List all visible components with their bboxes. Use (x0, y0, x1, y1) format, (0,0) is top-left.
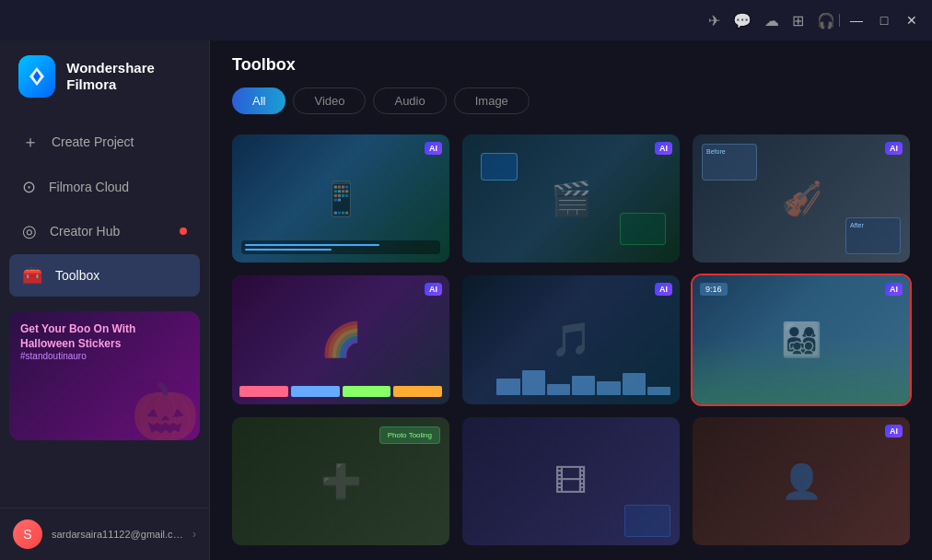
create-project-icon: ＋ (22, 131, 39, 153)
titlebar: ✈ 💬 ☁ ⊞ 🎧 — □ ✕ (0, 0, 932, 41)
creator-hub-icon: ◎ (22, 221, 37, 241)
promo-title: Get Your Boo On With Halloween Stickers (20, 322, 189, 351)
send-icon[interactable]: ✈ (708, 12, 720, 29)
sidebar-item-toolbox[interactable]: 🧰 Toolbox (9, 254, 200, 297)
smart-scene-cut-thumb: AI 🎬 (462, 134, 680, 262)
toolbox-label: Toolbox (55, 268, 99, 283)
ai-badge: AI (655, 283, 672, 296)
tool-smart-short-clips[interactable]: AI 📱 Smart Short Clips (232, 134, 449, 262)
sidebar-item-create-project[interactable]: ＋ Create Project (9, 120, 200, 164)
logo-icon (18, 55, 55, 98)
smart-bgm-thumb: AI 🎵 (462, 275, 680, 403)
thumb-deco: 👤 (693, 417, 910, 545)
sidebar-item-creator-hub[interactable]: ◎ Creator Hub (9, 210, 200, 252)
window-controls: — □ ✕ (844, 7, 925, 33)
footer-arrow-icon: › (192, 528, 196, 541)
tool-smart-bgm-generation[interactable]: AI 🎵 Smart BGM Generation (462, 275, 680, 403)
grid-icon[interactable]: ⊞ (792, 12, 804, 29)
toolbox-icon: 🧰 (22, 265, 42, 286)
filmora-cloud-icon: ⊙ (22, 177, 36, 197)
filter-image[interactable]: Image (454, 88, 530, 114)
sidebar-footer[interactable]: S sardarsaira11122@gmail.com › (0, 508, 209, 560)
headset-icon[interactable]: 🎧 (817, 12, 835, 29)
auto-reframe-thumb: AI 9:16 👨‍👩‍👧‍👦 (693, 275, 910, 403)
sidebar-item-filmora-cloud[interactable]: ⊙ Filmora Cloud (9, 166, 200, 208)
tool-7[interactable]: ➕ Photo Tooling (232, 417, 449, 545)
tool-9-thumb: AI 👤 (693, 417, 910, 545)
filter-audio[interactable]: Audio (373, 88, 446, 114)
filter-video[interactable]: Video (293, 88, 366, 114)
ai-color-palette-thumb: AI 🌈 (232, 275, 449, 403)
titlebar-action-icons: ✈ 💬 ☁ ⊞ 🎧 (708, 12, 835, 29)
ai-badge: AI (885, 283, 903, 296)
filmora-cloud-label: Filmora Cloud (49, 180, 129, 194)
footer-email: sardarsaira11122@gmail.com (52, 529, 183, 540)
tool-8-thumb: 🎞 (462, 417, 680, 545)
ai-badge: AI (885, 425, 903, 438)
creator-hub-label: Creator Hub (50, 224, 120, 239)
minimize-button[interactable]: — (844, 7, 869, 33)
ai-video-enhancer-thumb: AI 🎻 Before After (693, 134, 910, 262)
promo-hashtag: #standoutinauro (20, 351, 189, 361)
ai-badge: AI (655, 142, 672, 155)
sidebar-nav: ＋ Create Project ⊙ Filmora Cloud ◎ Creat… (0, 120, 209, 297)
tool-7-thumb: ➕ Photo Tooling (232, 417, 449, 545)
titlebar-divider (839, 14, 840, 27)
toolbox-grid: AI 📱 Smart Short Clips AI 🎬 Smart Scene … (210, 123, 932, 560)
tool-ai-video-enhancer[interactable]: AI 🎻 Before After AI Video Enhancer (693, 134, 910, 262)
main-content: Toolbox All Video Audio Image AI 📱 Smart… (210, 0, 932, 560)
creator-hub-notification-dot (180, 228, 187, 235)
page-title: Toolbox (232, 55, 910, 75)
create-project-label: Create Project (52, 134, 134, 149)
sidebar-promo-card[interactable]: Get Your Boo On With Halloween Stickers … (9, 311, 200, 440)
avatar: S (13, 519, 42, 549)
tool-auto-reframe[interactable]: AI 9:16 👨‍👩‍👧‍👦 Auto Reframe (693, 275, 910, 403)
filter-all[interactable]: All (232, 88, 285, 114)
tool-ai-color-palette[interactable]: AI 🌈 AI Color Palette (232, 275, 449, 403)
thumb-deco: 🌈 (232, 275, 449, 403)
smart-short-clips-thumb: AI 📱 (232, 134, 449, 262)
avatar-initial: S (23, 527, 31, 542)
tool-9[interactable]: AI 👤 (693, 417, 910, 545)
main-header: Toolbox All Video Audio Image (210, 41, 932, 123)
sidebar: Wondershare Filmora ＋ Create Project ⊙ F… (0, 0, 210, 560)
ai-badge: AI (425, 142, 442, 155)
maximize-button[interactable]: □ (871, 7, 897, 33)
filter-bar: All Video Audio Image (232, 88, 910, 114)
tool-8[interactable]: 🎞 (462, 417, 680, 545)
ai-badge: AI (885, 142, 903, 155)
chat-icon[interactable]: 💬 (733, 12, 751, 29)
ai-badge: AI (425, 283, 442, 296)
tool-smart-scene-cut[interactable]: AI 🎬 Smart Scene Cut (462, 134, 680, 262)
close-button[interactable]: ✕ (899, 7, 925, 33)
promo-bg-deco: 🎃 (131, 385, 200, 440)
upload-cloud-icon[interactable]: ☁ (764, 12, 779, 29)
app-name-text: Wondershare Filmora (66, 60, 191, 93)
app-logo: Wondershare Filmora (0, 41, 209, 120)
